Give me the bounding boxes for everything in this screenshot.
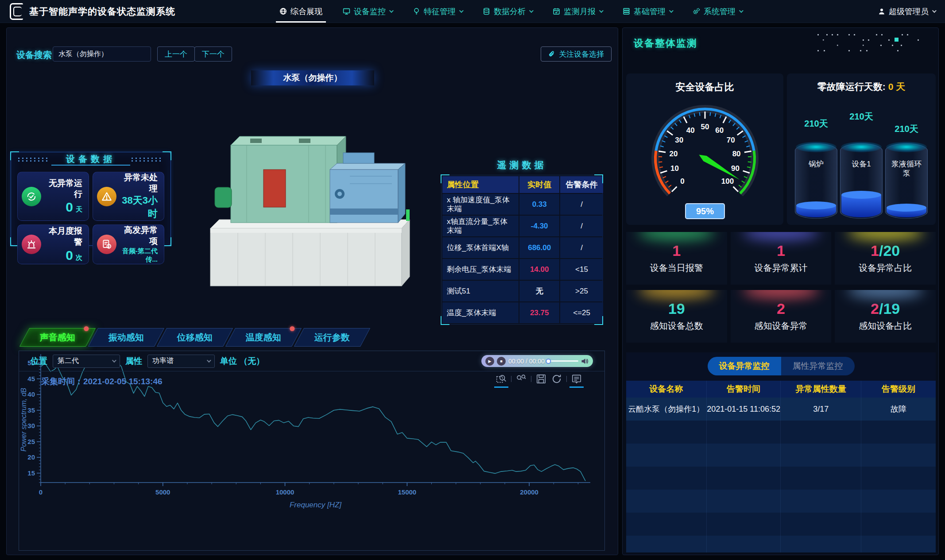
user-menu[interactable]: 超级管理员 [878, 6, 935, 17]
cylinder-slurry-pump: 210天 浆液循环泵 [884, 97, 929, 219]
main-menu: 综合展现 设备监控 特征管理 数据分析 监测月报 基础管理 系统管理 [279, 0, 742, 23]
nav-item-basic-mgmt[interactable]: 基础管理 [623, 0, 672, 23]
zero-fault-title: 零故障运行天数: 0 天 [787, 81, 936, 93]
svg-text:70: 70 [727, 136, 735, 144]
alarm-table-header: 设备名称 告警时间 异常属性数量 告警级别 [626, 381, 936, 398]
telemetry-value: 686.00 [519, 237, 559, 258]
overall-monitor-panel: 设备整体监测 安全设备占比 010203040506070809010095% … [622, 27, 939, 555]
chevron-down-icon [529, 8, 534, 13]
next-device-button[interactable]: 下一个 [194, 46, 232, 62]
deco-dots [814, 31, 931, 54]
nav-item-device-monitor[interactable]: 设备监控 [343, 0, 392, 23]
app-title: 基于智能声学的设备状态监测系统 [29, 5, 175, 18]
telemetry-panel: 遥测数据 属性位置 实时值 告警条件 x 轴加速度值_泵体末端 0.33 / x… [441, 159, 603, 326]
refresh-icon[interactable] [551, 373, 562, 385]
telemetry-value: 23.75 [519, 302, 559, 323]
chart-toolbar [496, 373, 582, 385]
telemetry-attr: x 轴加速度值_泵体末端 [442, 194, 519, 215]
chevron-down-icon [459, 8, 464, 13]
stat-sensor-abnormal: 2感知设备异常 [731, 290, 832, 343]
telemetry-value: 14.00 [519, 259, 559, 280]
cylinder-row: 210天 锅炉 210天 设备1 210天 浆液循环泵 [791, 97, 931, 219]
stat-sensor-ratio: 2/19感知设备占比 [835, 290, 936, 343]
alarm-table-empty-row [626, 421, 936, 444]
svg-text:20: 20 [27, 453, 35, 461]
telemetry-condition: / [560, 237, 603, 258]
alarm-table-empty-row [626, 513, 936, 536]
device-data-cards: 无异常运行 0 天 异常未处理 38天3小时 本月度报警 0 次 [17, 172, 164, 239]
svg-text:Power spectrum, dB: Power spectrum, dB [20, 388, 27, 452]
stop-button[interactable]: ■ [497, 357, 506, 366]
device-search-input[interactable] [53, 46, 151, 62]
cylinder-boiler: 210天 锅炉 [794, 97, 838, 219]
nav-item-monthly-report[interactable]: 监测月报 [553, 0, 602, 23]
logo-icon [10, 3, 23, 20]
svg-text:0: 0 [680, 177, 684, 185]
sync-check-icon [22, 187, 41, 206]
nav-item-label: 基础管理 [634, 6, 666, 17]
alarm-table-body: 云酷水泵（勿操作1） 2021-01-15 11:06:52 3/17 故障 [626, 398, 936, 552]
device-3d-model[interactable] [197, 103, 423, 294]
gears-icon [693, 8, 700, 15]
svg-text:20: 20 [669, 150, 678, 158]
svg-text:15: 15 [27, 469, 35, 477]
attribute-select[interactable]: 功率谱 [147, 355, 215, 368]
svg-text:50: 50 [701, 123, 709, 131]
tab-attribute-abnormal-monitor[interactable]: 属性异常监控 [781, 357, 855, 375]
motor-unit [231, 136, 346, 223]
nav-item-label: 系统管理 [704, 6, 736, 17]
chevron-down-icon [207, 358, 211, 363]
tab-displacement-sense[interactable]: 位移感知 [157, 328, 233, 347]
device-data-card-unhandled: 异常未处理 38天3小时 [93, 172, 164, 221]
svg-text:90: 90 [731, 164, 740, 173]
alarm-tab-switcher: 设备异常监控 属性异常监控 [708, 357, 855, 375]
device-data-title: 设备数据 [51, 152, 130, 166]
top-nav: 基于智能声学的设备状态监测系统 综合展现 设备监控 特征管理 数据分析 监测月报… [0, 0, 945, 23]
alert-dot [290, 326, 294, 331]
play-button[interactable]: ▶ [485, 357, 494, 366]
nav-item-data-analysis[interactable]: 数据分析 [483, 0, 532, 23]
deco-dots [18, 158, 50, 162]
nav-item-label: 综合展现 [290, 6, 322, 17]
nav-item-overview[interactable]: 综合展现 [279, 0, 322, 23]
device-detail-panel: 设备搜索 上一个 下一个 关注设备选择 水泵（勿操作） [6, 27, 618, 555]
focus-device-select-button[interactable]: 关注设备选择 [541, 46, 612, 62]
dashboard-root: { "nav": { "title": "基于智能声学的设备状态监测系统", "… [0, 0, 945, 560]
volume-icon[interactable] [581, 358, 589, 365]
nav-item-label: 数据分析 [494, 6, 526, 17]
telemetry-value: 无 [519, 281, 559, 301]
cylinder-device1: 210天 设备1 [839, 97, 883, 219]
telemetry-attr: x轴直流分量_泵体末端 [442, 216, 519, 236]
svg-text:60: 60 [715, 126, 724, 135]
tab-run-params[interactable]: 运行参数 [294, 328, 370, 347]
tab-vibration-sense[interactable]: 振动感知 [88, 328, 164, 347]
save-image-icon[interactable] [535, 373, 547, 385]
tab-temperature-sense[interactable]: 温度感知 [225, 328, 302, 347]
nav-item-label: 监测月报 [564, 6, 596, 17]
progress-slider[interactable] [547, 360, 578, 362]
stat-device-daily-alarm: 1设备当日报警 [626, 232, 727, 285]
alarm-table-row[interactable]: 云酷水泵（勿操作1） 2021-01-15 11:06:52 3/17 故障 [626, 398, 936, 421]
svg-text:20000: 20000 [520, 488, 538, 496]
zoom-reset-icon[interactable] [515, 373, 527, 385]
nav-item-feature-mgmt[interactable]: 特征管理 [413, 0, 462, 23]
svg-text:45: 45 [27, 375, 35, 382]
previous-device-button[interactable]: 上一个 [157, 46, 195, 62]
telemetry-table: 属性位置 实时值 告警条件 x 轴加速度值_泵体末端 0.33 / x轴直流分量… [442, 176, 601, 323]
tab-sound-sense[interactable]: 声音感知 [19, 328, 96, 347]
tab-device-abnormal-monitor[interactable]: 设备异常监控 [708, 357, 781, 375]
position-select[interactable]: 第二代 [53, 355, 120, 368]
svg-text:0: 0 [39, 488, 43, 496]
datazoom-icon[interactable] [496, 373, 507, 385]
slider-thumb[interactable] [546, 359, 551, 364]
alarm-table-empty-row [626, 536, 936, 552]
nav-item-system-mgmt[interactable]: 系统管理 [693, 0, 742, 23]
stat-value: 1 [777, 243, 785, 258]
device-data-card-month-alarms: 本月度报警 0 次 [17, 224, 89, 264]
database-icon [483, 8, 490, 15]
nav-item-label: 设备监控 [354, 6, 386, 17]
pump-unit [330, 153, 405, 223]
data-view-icon[interactable] [571, 373, 582, 385]
inlet-pipe [215, 187, 232, 208]
telemetry-attr: 位移_泵体首端X轴 [442, 237, 519, 258]
